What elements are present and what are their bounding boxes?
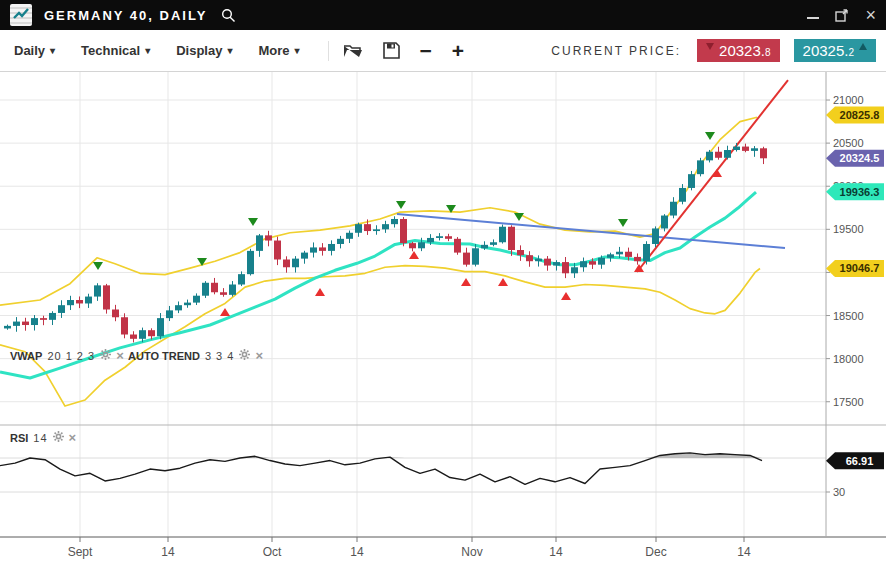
candle [265,235,272,240]
minimize-button[interactable] [807,11,819,19]
menu-technical[interactable]: Technical▾ [81,43,150,58]
svg-text:14: 14 [161,545,175,559]
svg-text:14: 14 [350,545,364,559]
candle [355,224,362,233]
candle [382,224,389,229]
candle [211,283,218,292]
candle [454,239,461,253]
title-bar: GERMANY 40, DAILY × [0,0,886,30]
remove-indicator-icon[interactable]: × [116,351,124,361]
buy-signal-icon [561,292,571,300]
zoom-in-button[interactable]: + [452,42,464,60]
candle [22,322,29,325]
zoom-out-button[interactable]: − [420,42,432,60]
menu-more[interactable]: More▾ [258,43,299,58]
candle [292,259,299,268]
candle [571,267,578,273]
candle [607,254,614,257]
candle [337,239,344,244]
candle [40,318,47,320]
buy-signal-icon [712,169,722,177]
chart-canvas[interactable]: 2100020500200001950019000185001800017500… [0,72,886,564]
chevron-down-icon: ▾ [50,45,55,56]
candle [436,236,443,238]
candle [301,253,308,259]
candle [409,243,416,248]
candle [544,259,551,266]
rsi-overbought-fill [0,453,762,458]
svg-text:17500: 17500 [833,396,864,408]
menu-display[interactable]: Display▾ [176,43,232,58]
menu-timeframe[interactable]: Daily▾ [14,43,55,58]
save-layout-icon[interactable] [383,42,400,59]
arrow-down-icon [706,43,714,50]
candle [652,228,659,244]
indicator-label-auto-trend: AUTO TREND 3 3 4 × [128,349,263,362]
settings-icon[interactable] [239,349,250,362]
candle [418,242,425,248]
svg-text:19046.7: 19046.7 [840,262,880,274]
remove-indicator-icon[interactable]: × [255,351,263,361]
candle [283,260,290,268]
svg-text:Oct: Oct [263,545,282,559]
svg-text:66.91: 66.91 [846,455,874,467]
svg-text:18000: 18000 [833,353,864,365]
candle [391,219,398,224]
remove-indicator-icon[interactable]: × [69,433,77,443]
candle [679,188,686,202]
sell-signal-icon [618,219,628,227]
candle [490,242,497,245]
candle [733,147,740,150]
candle [427,238,434,242]
settings-icon[interactable] [100,349,111,362]
candle [553,262,560,265]
grid [0,72,826,537]
candle [634,257,641,261]
candle [472,248,479,264]
chart-window: GERMANY 40, DAILY × Daily▾ Technical▾ Di… [0,0,886,564]
candle [139,330,146,339]
arrow-up-icon [859,43,867,50]
popout-button[interactable] [835,8,849,22]
svg-text:14: 14 [737,545,751,559]
candle [751,148,758,151]
candle [112,310,119,318]
search-icon[interactable] [221,8,236,23]
chevron-down-icon: ▾ [227,45,232,56]
candle [760,148,767,158]
candle [148,330,155,336]
settings-icon[interactable] [53,431,64,444]
sell-signal-icon [705,132,715,140]
candlestick-series [4,143,767,342]
candle [220,292,227,295]
svg-text:30: 30 [833,486,845,498]
candle [85,297,92,304]
candle [202,283,209,296]
candle [31,318,38,325]
candle [184,303,191,306]
buy-signal-icon [409,251,419,259]
time-axis: Sept14Oct14Nov14Dec14 [68,537,751,559]
chart-toolbar: Daily▾ Technical▾ Display▾ More▾ − + CUR… [0,30,886,72]
candle [661,216,668,229]
candle [319,247,326,250]
candle [247,251,254,274]
candle [643,244,650,261]
axes [0,72,886,537]
candle [256,235,263,251]
close-icon[interactable]: × [865,8,876,22]
svg-text:20825.8: 20825.8 [840,109,880,121]
candle [625,252,632,257]
candle [445,236,452,239]
indicator-label-rsi: RSI 14 × [10,431,76,444]
open-layout-icon[interactable] [343,43,363,59]
bid-price-badge: 20323.8 [697,39,779,62]
sell-signal-icon [514,213,524,221]
candle [175,305,182,310]
candle [616,252,623,255]
candle [535,259,542,262]
candle [364,224,371,231]
candle [517,250,524,255]
ask-price-badge: 20325.2 [794,39,876,62]
svg-text:21000: 21000 [833,94,864,106]
